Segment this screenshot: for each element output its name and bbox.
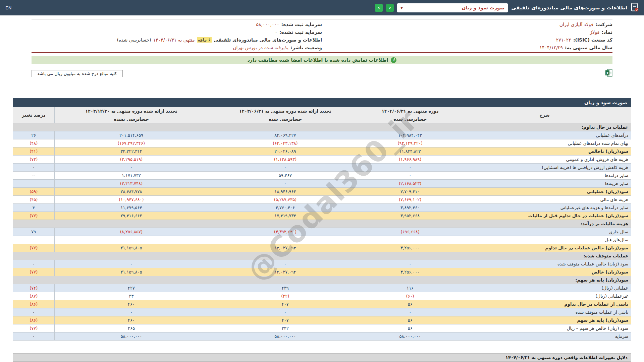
row-label: سود(زیان) خالص عملیات در حال تداوم: [458, 244, 631, 252]
excel-export-icon[interactable]: X: [605, 69, 612, 78]
value-cell: (۳,۴۱۳,۷۴۸): [54, 180, 208, 188]
value-cell: ۱۱,۸۴۴,۸۲۲: [362, 147, 458, 156]
value-cell: (۹۳,۱۳۹,۲۲۰): [362, 139, 458, 147]
value-cell: ۰: [54, 236, 208, 244]
info-pair-company: شرکت: فولاد آلیاژی ایران: [322, 22, 612, 27]
info-label: سال مالی منتهی به:: [565, 45, 612, 50]
selected-statement: صورت سود و زیان: [462, 5, 504, 10]
value-cell: ۰: [54, 308, 208, 316]
value-cell: ۳,۲۵۶,۰۰۰: [362, 268, 458, 276]
row-label: ناشی از عملیات متوقف شده: [458, 308, 631, 316]
row-label: هزینه های مالی: [458, 196, 631, 204]
info-label: وضعیت ناشر:: [290, 45, 322, 50]
value-cell: (۵,۲۸۷,۶۳۵): [208, 196, 362, 204]
info-value: منتهی به ۱۴۰۴/۰۶/۳۱: [153, 37, 195, 43]
changes-reasons-header: دلایل تغییرات اطلاعات واقعی دوره منتهی ب…: [13, 353, 631, 362]
info-pair-registered-capital: سرمایه ثبت شده: ۵۸,۰۰۰,۰۰۰: [32, 22, 322, 27]
value-cell: (۸,۲۵۶,۸۵۷): [54, 228, 208, 236]
company-info: شرکت: فولاد آلیاژی ایران سرمایه ثبت شده:…: [32, 19, 612, 51]
pct-cell: ۴: [13, 204, 55, 212]
language-switch-link[interactable]: EN: [5, 5, 12, 10]
row-label: سود (زیان) خالص عملیات متوقف شده: [458, 260, 631, 268]
value-cell: (۶۰): [362, 292, 458, 300]
col-header-period-2: تجدید ارائه شده دوره منتهی به ۱۴۰۳/۱۲/۳۰: [54, 107, 208, 115]
value-cell: (۲,۱۶۸,۵۲۳): [362, 180, 458, 188]
info-label: اطلاعات و صورت‌های مالی میاندوره‌ای تلفی…: [214, 37, 322, 43]
row-label: سود(زیان) خالص: [458, 268, 631, 276]
value-cell: ۰: [208, 180, 362, 188]
statement-row: سایر هزینه‌ها(۲,۱۶۸,۵۲۳)۰(۳,۴۱۳,۷۴۸)--: [13, 180, 631, 188]
value-cell: (۱,۱۳۸,۵۹۳): [208, 156, 362, 164]
statement-header: شرح دوره منتهی به ۱۴۰۴/۰۶/۳۱ تجدید ارائه…: [13, 107, 631, 123]
prev-statement-button[interactable]: ‹: [386, 4, 394, 12]
row-label: ناشی از عملیات در حال تداوم: [458, 300, 631, 308]
info-pair-unregistered-capital: سرمایه ثبت نشده: ۰: [32, 29, 322, 35]
statement-row: سایر درآمدها و هزینه های غیرعملیاتی۳,۸۹۲…: [13, 204, 631, 212]
value-cell: (۳,۲۹۵,۵۱۹): [54, 156, 208, 164]
pct-cell: ۰: [13, 308, 55, 316]
value-cell: ۴۶۰: [54, 300, 208, 308]
value-cell: ۵۶: [362, 300, 458, 308]
value-cell: ۰: [208, 236, 362, 244]
statement-row: سود(زیان) عملیاتی۷,۷۰۹,۳۱۰۱۸,۹۴۶,۹۶۳۲۸,۶…: [13, 188, 631, 196]
statement-row: سال جاری(۶۹۶,۶۶۸)(۳,۳۹۲,۶۴۰)(۸,۲۵۶,۸۵۷)۷…: [13, 228, 631, 236]
row-label: سایر درآمدها: [458, 172, 631, 180]
value-cell: (۱,۹۶۶,۹۸۹): [362, 156, 458, 164]
value-cell: ۱۴,۰۲۷,۰۹۴: [208, 268, 362, 276]
pct-cell: (۷۷): [13, 244, 55, 252]
pct-cell: ۷۹: [13, 228, 55, 236]
chevron-down-icon: ▾: [400, 5, 403, 10]
row-label: غیرعملیاتی (ریال): [458, 292, 631, 300]
value-cell: (۳,۳۹۲,۶۴۰): [208, 228, 362, 236]
pct-cell: (۷۷): [13, 324, 55, 333]
row-label: سود(زیان) عملیاتی: [458, 188, 631, 196]
next-statement-button[interactable]: ›: [375, 4, 383, 12]
pct-cell: ۰: [13, 333, 55, 341]
statement-row: بهای تمام شده درآمدهای عملیاتی(۹۳,۱۳۹,۲۲…: [13, 139, 631, 147]
value-cell: ۲۱,۱۵۹,۸۰۵: [54, 244, 208, 252]
value-cell: ۴۰۷: [208, 300, 362, 308]
pct-cell: ۰: [13, 260, 55, 268]
value-cell: ۰: [54, 260, 208, 268]
changes-reasons-section: دلایل تغییرات اطلاعات واقعی دوره منتهی ب…: [13, 353, 631, 362]
value-cell: ۱۸,۹۴۶,۹۶۳: [208, 188, 362, 196]
value-cell: ۲۰۱,۵۱۴,۶۵۹: [54, 131, 208, 139]
pct-cell: (۸۶): [13, 300, 55, 308]
caption-row: X کلیه مبالغ درج شده به میلیون ریال می ب…: [32, 69, 612, 77]
section-label: عملیات متوقف شده:: [13, 252, 631, 260]
info-value: ۰: [275, 29, 277, 35]
statement-row: سود(زیان) خالص۳,۲۵۶,۰۰۰۱۴,۰۲۷,۰۹۴۲۱,۱۵۹,…: [13, 268, 631, 276]
statement-row: هزینه کاهش ارزش دریافتنی ها (هزینه استثن…: [13, 164, 631, 172]
info-label: شرکت:: [595, 22, 612, 27]
row-label: سال جاری: [458, 228, 631, 236]
info-pair-statement-period: اطلاعات و صورت‌های مالی میاندوره‌ای تلفی…: [32, 37, 322, 43]
section-row: عملیات در حال تداوم:: [13, 123, 631, 131]
info-label: سرمایه ثبت شده:: [281, 22, 322, 27]
row-label: عملیاتی (ریال): [458, 284, 631, 292]
statement-type-select[interactable]: صورت سود و زیان ▾: [397, 3, 508, 12]
info-value: ۵۸,۰۰۰,۰۰۰: [256, 22, 279, 27]
statement-row: ناشی از عملیات متوقف شده۰۰۰۰: [13, 308, 631, 316]
value-cell: ۱۴,۰۲۷,۰۹۴: [208, 244, 362, 252]
banner-text: اطلاعات نمایش داده شده با اطلاعات امضا ش…: [248, 57, 388, 63]
statement-title: صورت سود و زیان: [13, 98, 631, 107]
section-label: هزینه مالیات بر درآمد:: [13, 220, 631, 228]
value-cell: ۲۹,۴۱۶,۶۶۲: [54, 212, 208, 220]
value-cell: ۵۶: [362, 316, 458, 324]
statement-body: عملیات در حال تداوم:درآمدهای عملیاتی۱۰۴,…: [13, 123, 631, 341]
topbar: اطلاعات و صورت‌های مالی میاندوره‌ای تلفی…: [0, 0, 644, 15]
pct-cell: (۴۱): [13, 147, 55, 156]
company-info-row: سال مالی منتهی به: ۱۴۰۴/۱۲/۲۹ وضعیت ناشر…: [32, 44, 612, 51]
info-label: کد صنعت (ISIC):: [573, 37, 612, 43]
statement-row: غیرعملیاتی (ریال)(۶۰)(۳۲)۳۳(۸۷): [13, 292, 631, 300]
topbar-left-group: EN: [5, 5, 12, 10]
statement-row: هزینه های فروش، اداری و عمومی(۱,۹۶۶,۹۸۹)…: [13, 156, 631, 164]
value-cell: ۵۶: [362, 324, 458, 333]
info-value: ۲۷۱۰۲۲: [556, 37, 571, 43]
row-label: سایر درآمدها و هزینه های غیرعملیاتی: [458, 204, 631, 212]
period-badge: ۶ ماهه: [197, 37, 212, 43]
value-cell: ۱۷,۴۱۹,۷۳۴: [208, 212, 362, 220]
value-cell: ۳,۹۵۲,۶۶۸: [362, 212, 458, 220]
statement-row: سود(زیان) پایه هر سهم۵۶۴۰۷۴۶۰(۸۶): [13, 316, 631, 324]
value-cell: ۱۱۶: [362, 284, 458, 292]
